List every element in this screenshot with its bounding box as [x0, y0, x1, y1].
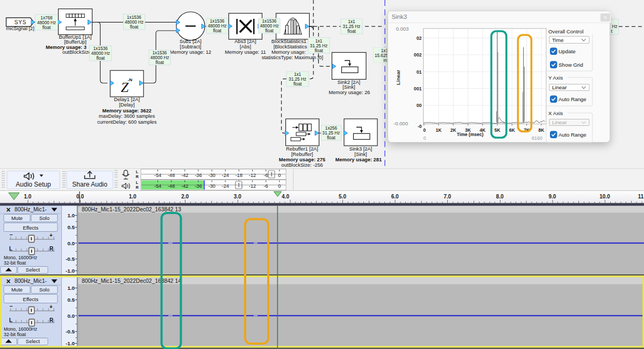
svg-text:1x1: 1x1 [294, 72, 302, 77]
svg-text:Linear: Linear [395, 69, 401, 85]
svg-text:-1.0: -1.0 [66, 268, 75, 274]
svg-text:−: − [10, 303, 13, 309]
svg-text:1.0: 1.0 [24, 194, 31, 200]
svg-text:0: 0 [278, 183, 281, 189]
svg-text:Mute: Mute [11, 215, 23, 221]
svg-text:BufferUp1 [1A]: BufferUp1 [1A] [59, 34, 92, 40]
svg-text:1x1: 1x1 [348, 19, 355, 24]
svg-text:0.0: 0.0 [76, 194, 84, 200]
svg-text:+: + [49, 304, 53, 310]
svg-text:Solo: Solo [39, 215, 49, 221]
svg-text:Hz: Hz [612, 24, 617, 29]
svg-text:float: float [294, 82, 302, 87]
svg-text:Memory usage: 275: Memory usage: 275 [279, 157, 325, 162]
svg-text:2.0: 2.0 [181, 194, 189, 200]
svg-text:48000 Hz: 48000 Hz [260, 24, 278, 29]
svg-text:currentDelay: 600 samples: currentDelay: 600 samples [97, 119, 157, 125]
svg-text:01: 01 [417, 69, 422, 75]
svg-text:Effects: Effects [23, 296, 39, 302]
svg-text:-0: -0 [418, 124, 422, 129]
svg-text:float: float [327, 136, 335, 140]
svg-text:[Abs]: [Abs] [240, 44, 251, 49]
svg-text:[BufferUp]: [BufferUp] [64, 39, 87, 45]
svg-text:1x1536: 1x1536 [94, 46, 108, 51]
svg-text:BlockStatistics1 [: BlockStatistics1 [ [271, 39, 310, 44]
svg-text:float: float [213, 29, 221, 33]
svg-text:-24: -24 [222, 183, 229, 189]
svg-text:Time (msec): Time (msec) [457, 132, 484, 137]
svg-text:Delay1 [2A]: Delay1 [2A] [114, 97, 140, 102]
svg-text:6K: 6K [509, 127, 516, 133]
svg-text:R: R [49, 246, 54, 252]
svg-text:800Hz_Mic1-: 800Hz_Mic1- [15, 278, 47, 284]
svg-text:15.625: 15.625 [375, 53, 388, 58]
svg-text:0.5: 0.5 [67, 297, 75, 303]
svg-text:48000 Hz: 48000 Hz [150, 55, 169, 60]
svg-text:×: × [6, 205, 10, 214]
svg-text:1x1: 1x1 [315, 39, 323, 44]
svg-text:002: 002 [414, 52, 422, 58]
svg-text:1.0: 1.0 [67, 285, 75, 291]
svg-text:float: float [96, 56, 105, 61]
svg-text:1x1536: 1x1536 [127, 15, 141, 20]
svg-text:Show Grid: Show Grid [559, 62, 583, 68]
svg-text:−: − [10, 232, 13, 238]
svg-text:1x1536: 1x1536 [153, 51, 167, 55]
svg-text:float: float [265, 29, 274, 33]
svg-text:Sub1 [2A]: Sub1 [2A] [180, 39, 202, 44]
svg-text:800Hz_Mic1-15_2022Dec02_163842: 800Hz_Mic1-15_2022Dec02_163842 13 [82, 206, 181, 212]
svg-text:float: float [130, 25, 139, 30]
svg-text:1x256: 1x256 [325, 126, 338, 131]
svg-text:Memory usage: 281: Memory usage: 281 [335, 157, 382, 162]
svg-text:1x1536: 1x1536 [262, 19, 277, 24]
svg-text:Mute: Mute [11, 287, 23, 293]
svg-text:R: R [135, 174, 139, 179]
svg-text:Linear: Linear [552, 119, 567, 125]
svg-text:1x1536: 1x1536 [210, 19, 225, 24]
svg-text:Solo: Solo [39, 287, 49, 293]
svg-text:-48: -48 [168, 173, 175, 178]
svg-text:1K: 1K [435, 127, 442, 133]
svg-text:[Subtract]: [Subtract] [180, 44, 202, 49]
svg-text:-48: -48 [168, 183, 175, 189]
svg-text:3.0: 3.0 [234, 194, 241, 200]
svg-text:31.25 Hz: 31.25 Hz [289, 77, 306, 82]
svg-text:Mono, 16000Hz: Mono, 16000Hz [4, 326, 37, 332]
svg-text:8K: 8K [539, 127, 545, 133]
svg-text:Auto Range: Auto Range [559, 96, 586, 102]
svg-text:1.0: 1.0 [67, 212, 75, 218]
svg-text:8.0: 8.0 [496, 194, 504, 200]
svg-text:Abs3 [2A]: Abs3 [2A] [234, 39, 256, 44]
svg-text:-0.000: -0.000 [393, 120, 408, 126]
svg-text:Audio Setup: Audio Setup [16, 181, 51, 188]
svg-text:0: 0 [278, 173, 281, 178]
svg-text:float: float [314, 48, 323, 53]
svg-text:31.25 Hz: 31.25 Hz [343, 24, 361, 29]
svg-text:Share Audio: Share Audio [72, 181, 108, 188]
svg-text:800Hz_Mic1-: 800Hz_Mic1- [15, 206, 47, 212]
svg-text:-30: -30 [208, 183, 215, 189]
svg-text:800Hz_Mic1-15_2022Dec02_163842: 800Hz_Mic1-15_2022Dec02_163842 14 [82, 278, 181, 284]
svg-text:0: 0 [423, 136, 426, 141]
svg-text:02: 02 [417, 35, 422, 41]
svg-text:2K: 2K [450, 127, 457, 133]
svg-text:31.25 Hz: 31.25 Hz [310, 44, 328, 48]
svg-text:Memory usage: 3622: Memory usage: 3622 [102, 108, 151, 113]
svg-text:31.25 Hz: 31.25 Hz [323, 131, 340, 136]
svg-text:×: × [6, 277, 10, 286]
svg-text:Sink2 [2A]: Sink2 [2A] [338, 80, 360, 85]
svg-text:5.0: 5.0 [339, 194, 346, 200]
svg-text:[Sink]: [Sink] [354, 152, 367, 157]
svg-text:statisticsType: Maximum [0]: statisticsType: Maximum [0] [262, 55, 323, 60]
svg-text:float: float [42, 25, 51, 30]
svg-text:-12: -12 [249, 183, 256, 189]
svg-text:32-bit float: 32-bit float [4, 332, 26, 337]
svg-text:Select: Select [26, 338, 40, 344]
svg-text:Memory usage: 11: Memory usage: 11 [225, 49, 266, 55]
svg-text:[Delay]: [Delay] [119, 102, 135, 108]
svg-text:outBlockSize: -256: outBlockSize: -256 [281, 162, 323, 168]
svg-text:float: float [155, 60, 164, 65]
svg-text:Rebuffer1 [2A]: Rebuffer1 [2A] [286, 146, 318, 152]
svg-text:9.0: 9.0 [548, 194, 556, 200]
svg-text:Sink3 [2A]: Sink3 [2A] [349, 146, 372, 152]
